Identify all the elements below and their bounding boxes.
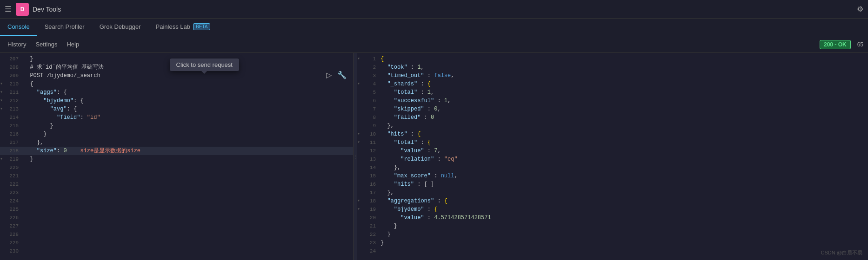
settings-icon[interactable]: ⚙ bbox=[857, 5, 863, 13]
line-num: 226 bbox=[7, 214, 23, 222]
table-row: ▾ 212 "bjydemo": { bbox=[0, 97, 353, 105]
nav-tabs: Console Search Profiler Grok Debugger Pa… bbox=[0, 19, 868, 36]
resp-num: 9 bbox=[364, 122, 381, 130]
pane-divider[interactable]: ⋮ bbox=[354, 53, 357, 260]
table-row: 209 POST /bjydemo/_search bbox=[0, 72, 353, 80]
resp-content: "aggregations" : { bbox=[381, 197, 868, 205]
table-row: 23 } bbox=[357, 239, 868, 247]
table-row: ▾ 219 } bbox=[0, 155, 353, 163]
table-row: 225 bbox=[0, 205, 353, 214]
history-button[interactable]: History bbox=[5, 40, 29, 49]
line-num: 227 bbox=[7, 222, 23, 230]
table-row: 227 bbox=[0, 222, 353, 230]
table-row: ▾ 10 "hits" : { bbox=[357, 130, 868, 138]
table-row: 6 "successful" : 1, bbox=[357, 97, 868, 105]
status-num: 65 bbox=[857, 41, 863, 48]
gutter-arrow: ▾ bbox=[357, 55, 364, 63]
settings-button[interactable]: Settings bbox=[33, 40, 60, 49]
table-row: 5 "total" : 1, bbox=[357, 88, 868, 97]
resp-num: 24 bbox=[364, 247, 381, 255]
line-content: "size": 0 size是显示数据的size bbox=[23, 147, 353, 155]
line-num: 212 bbox=[7, 97, 23, 105]
line-num: 225 bbox=[7, 205, 23, 214]
resp-content: "relation" : "eq" bbox=[381, 155, 868, 163]
editor-pane[interactable]: Click to send request ▷ 🔧 207 } 208 # 求` bbox=[0, 53, 354, 260]
response-pane: ▾ 1 { 2 "took" : 1, 3 "timed_out" : fals… bbox=[357, 53, 868, 260]
gutter-arrow: ▾ bbox=[357, 80, 364, 88]
table-row: 8 "failed" : 0 bbox=[357, 113, 868, 122]
line-num: 214 bbox=[7, 113, 23, 122]
run-button[interactable]: ▷ bbox=[324, 70, 334, 80]
resp-num: 20 bbox=[364, 214, 381, 222]
table-row: 220 bbox=[0, 163, 353, 172]
line-num: 209 bbox=[7, 72, 23, 80]
line-content: "bjydemo": { bbox=[23, 97, 353, 105]
gutter-arrow: ▾ bbox=[0, 88, 7, 97]
resp-content: "skipped" : 0, bbox=[381, 105, 868, 113]
tab-console[interactable]: Console bbox=[0, 19, 37, 36]
table-row: 229 bbox=[0, 239, 353, 247]
line-num: 215 bbox=[7, 122, 23, 130]
hamburger-icon[interactable]: ☰ bbox=[5, 5, 11, 13]
resp-num: 6 bbox=[364, 97, 381, 105]
code-editor[interactable]: 207 } 208 # 求`id`的平均值 基础写法 209 POST /bjy… bbox=[0, 53, 353, 260]
table-row: 15 "max_score" : null, bbox=[357, 172, 868, 180]
line-content: } bbox=[23, 155, 353, 163]
table-row: 224 bbox=[0, 197, 353, 205]
resp-num: 14 bbox=[364, 163, 381, 172]
table-row: 218 "size": 0 size是显示数据的size bbox=[0, 147, 353, 155]
line-num: 207 bbox=[7, 55, 23, 63]
tab-search-profiler[interactable]: Search Profiler bbox=[37, 19, 92, 36]
tooltip-box: Click to send request bbox=[170, 58, 239, 71]
table-row: ▾ 211 "aggs": { bbox=[0, 88, 353, 97]
resp-num: 2 bbox=[364, 63, 381, 72]
line-num: 211 bbox=[7, 88, 23, 97]
line-content: "field": "id" bbox=[23, 113, 353, 122]
table-row: 9 }, bbox=[357, 122, 868, 130]
table-row: 16 "hits" : [ ] bbox=[357, 180, 868, 188]
table-row: 21 } bbox=[357, 222, 868, 230]
line-num: 229 bbox=[7, 239, 23, 247]
resp-num: 11 bbox=[364, 138, 381, 147]
resp-content: { bbox=[381, 55, 868, 63]
table-row: 24 bbox=[357, 247, 868, 255]
top-bar: ☰ D Dev Tools ⚙ bbox=[0, 0, 868, 19]
line-num: 219 bbox=[7, 155, 23, 163]
table-row: 214 "field": "id" bbox=[0, 113, 353, 122]
table-row: 215 } bbox=[0, 122, 353, 130]
resp-content: "timed_out" : false, bbox=[381, 72, 868, 80]
help-button[interactable]: Help bbox=[64, 40, 82, 49]
resp-num: 18 bbox=[364, 197, 381, 205]
table-row: 223 bbox=[0, 188, 353, 197]
tab-grok-debugger[interactable]: Grok Debugger bbox=[92, 19, 148, 36]
resp-num: 17 bbox=[364, 188, 381, 197]
resp-content: "successful" : 1, bbox=[381, 97, 868, 105]
gutter-arrow: ▾ bbox=[357, 138, 364, 147]
table-row: 13 "relation" : "eq" bbox=[357, 155, 868, 163]
table-row: 14 }, bbox=[357, 163, 868, 172]
tab-painless-lab[interactable]: Painless Lab BETA bbox=[148, 19, 218, 36]
resp-content: "_shards" : { bbox=[381, 80, 868, 88]
code-lines: 207 } 208 # 求`id`的平均值 基础写法 209 POST /bjy… bbox=[0, 53, 353, 257]
table-row: 17 }, bbox=[357, 188, 868, 197]
resp-num: 16 bbox=[364, 180, 381, 188]
response-lines: ▾ 1 { 2 "took" : 1, 3 "timed_out" : fals… bbox=[357, 55, 868, 255]
beta-badge: BETA bbox=[193, 23, 210, 30]
resp-content: "max_score" : null, bbox=[381, 172, 868, 180]
resp-content: }, bbox=[381, 188, 868, 197]
status-badge: 200 - OK bbox=[820, 40, 851, 49]
resp-content: "hits" : [ ] bbox=[381, 180, 868, 188]
table-row: 2 "took" : 1, bbox=[357, 63, 868, 72]
table-row: 222 bbox=[0, 180, 353, 188]
resp-num: 4 bbox=[364, 80, 381, 88]
table-row: 22 } bbox=[357, 230, 868, 239]
app-title: Dev Tools bbox=[33, 6, 857, 13]
table-row: ▾ 11 "total" : { bbox=[357, 138, 868, 147]
wrench-button[interactable]: 🔧 bbox=[335, 70, 348, 80]
resp-num: 21 bbox=[364, 222, 381, 230]
line-content: "aggs": { bbox=[23, 88, 353, 97]
gutter-arrow: ▾ bbox=[357, 130, 364, 138]
line-num: 208 bbox=[7, 63, 23, 72]
line-num: 218 bbox=[7, 147, 23, 155]
resp-num: 19 bbox=[364, 205, 381, 214]
